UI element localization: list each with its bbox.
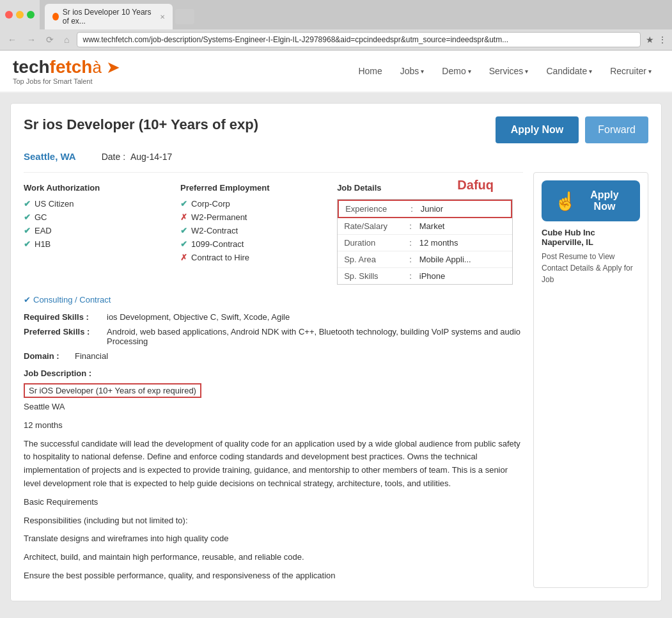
auth-us-citizen-label: US Citizen: [35, 199, 74, 209]
hand-pointer-icon: ☝: [554, 191, 577, 212]
address-bar[interactable]: www.techfetch.com/job-description/System…: [77, 32, 641, 47]
emp-contract-hire-label: Contract to Hire: [191, 253, 249, 262]
job-details-col: Dafuq Job Details Experience : Junior Ra…: [337, 183, 523, 285]
experience-value: Junior: [414, 201, 449, 217]
logo-tagline: Top Jobs for Smart Talent: [13, 77, 120, 85]
job-desc-title-box: Sr iOS Developer (10+ Years of exp requi…: [24, 383, 201, 398]
job-desc-duration: 12 months: [24, 419, 523, 432]
apply-card-city: Naperville, IL: [542, 237, 640, 247]
bookmark-icon[interactable]: ★: [646, 35, 654, 45]
apply-card-btn-label: Apply Now: [582, 189, 627, 212]
logo-tech: tech: [13, 57, 50, 77]
job-title: Sr ios Developer (10+ Years of exp): [24, 116, 258, 133]
sp-area-label: Sp. Area: [338, 251, 408, 267]
duration-row: Duration : 12 months: [338, 235, 512, 251]
active-tab[interactable]: Sr ios Developer 10 Years of ex... ✕: [45, 4, 173, 29]
job-date: Date : Aug-14-17: [102, 152, 173, 162]
refresh-button[interactable]: ⟳: [43, 33, 56, 46]
rate-label: Rate/Salary: [338, 218, 408, 234]
nav-recruiter[interactable]: Recruiter ▾: [602, 61, 659, 81]
check-no-icon: ✗: [180, 253, 187, 262]
nav-jobs[interactable]: Jobs ▾: [393, 61, 432, 81]
emp-corp-corp: ✔ Corp-Corp: [180, 199, 327, 209]
apply-card-button[interactable]: ☝ Apply Now: [542, 180, 640, 221]
nav-links: Home Jobs ▾ Demo ▾ Services ▾ Candidate …: [350, 61, 659, 81]
apply-card-company: Cube Hub Inc: [542, 228, 640, 237]
job-description-section: Job Description : Sr iOS Developer (10+ …: [24, 368, 523, 583]
job-desc-text: The successful candidate will lead the d…: [24, 438, 523, 491]
experience-row: Experience : Junior: [338, 200, 512, 218]
tab-close-icon[interactable]: ✕: [160, 13, 165, 20]
job-details-table: Experience : Junior Rate/Salary : Market…: [337, 199, 513, 285]
check-yes-icon: ✔: [180, 226, 187, 235]
nav-home[interactable]: Home: [350, 61, 389, 81]
required-skills-label: Required Skills :: [24, 312, 107, 322]
sep: :: [409, 201, 414, 217]
services-arrow-icon: ▾: [525, 68, 528, 75]
tab-favicon: [52, 13, 59, 20]
domain-label: Domain :: [24, 351, 75, 361]
preferred-skills-row: Preferred Skills : Android, web based ap…: [24, 327, 523, 346]
settings-icon[interactable]: ⋮: [658, 35, 667, 45]
preferred-employment-col: Preferred Employment ✔ Corp-Corp ✗ W2-Pe…: [180, 183, 337, 285]
auth-ead-label: EAD: [35, 226, 52, 235]
experience-label: Experience: [339, 201, 409, 217]
work-auth-heading: Work Authorization: [24, 183, 170, 193]
logo[interactable]: techfetchà ➤ Top Jobs for Smart Talent: [13, 51, 120, 91]
auth-h1b-label: H1B: [35, 239, 51, 249]
emp-corp-corp-label: Corp-Corp: [191, 199, 230, 209]
close-button[interactable]: [5, 11, 13, 19]
home-button[interactable]: ⌂: [61, 33, 72, 46]
forward-button[interactable]: →: [24, 33, 38, 46]
sep: :: [408, 235, 413, 251]
logo-fetch: fetch: [50, 57, 93, 77]
emp-w2-perm-label: W2-Permanent: [191, 212, 247, 222]
maximize-button[interactable]: [27, 11, 35, 19]
tab-title: Sr ios Developer 10 Years of ex...: [63, 8, 156, 26]
back-button[interactable]: ←: [5, 33, 19, 46]
nav-candidate[interactable]: Candidate ▾: [538, 61, 600, 81]
preferred-employment-heading: Preferred Employment: [180, 183, 327, 193]
minimize-button[interactable]: [16, 11, 24, 19]
sep: :: [408, 218, 413, 234]
consulting-tag: ✔ Consulting / Contract: [24, 295, 523, 305]
nav-services[interactable]: Services ▾: [481, 61, 536, 81]
auth-gc: ✔ GC: [24, 212, 170, 222]
auth-gc-label: GC: [35, 212, 47, 222]
domain-row: Domain : Financial: [24, 351, 523, 361]
responsibilities-label: Responsibilities (including but not limi…: [24, 514, 523, 528]
rate-value: Market: [413, 218, 451, 234]
work-auth-col: Work Authorization ✔ US Citizen ✔ GC ✔ E…: [24, 183, 180, 285]
sep: :: [408, 268, 413, 284]
main-content: Sr ios Developer (10+ Years of exp) Appl…: [10, 103, 662, 601]
check-yes-icon: ✔: [24, 212, 31, 222]
new-tab-button[interactable]: [175, 9, 194, 24]
date-value: Aug-14-17: [130, 152, 172, 162]
logo-bird-icon: à: [92, 58, 101, 77]
basic-req-label: Basic Requirements: [24, 496, 523, 509]
sp-skills-label: Sp. Skills: [338, 268, 408, 284]
auth-us-citizen: ✔ US Citizen: [24, 199, 170, 209]
forward-button-header[interactable]: Forward: [585, 116, 648, 143]
domain-value: Financial: [75, 351, 108, 361]
resp-item-2: Architect, build, and maintain high perf…: [24, 551, 523, 564]
main-left: Work Authorization ✔ US Citizen ✔ GC ✔ E…: [24, 172, 523, 588]
sp-area-value: Mobile Appli...: [413, 251, 478, 267]
nav-demo[interactable]: Demo ▾: [434, 61, 478, 81]
job-desc-title: Sr iOS Developer (10+ Years of exp requi…: [29, 386, 196, 395]
apply-card-text: Post Resume to View Contact Details & Ap…: [542, 251, 640, 285]
check-yes-icon: ✔: [24, 199, 31, 209]
auth-h1b: ✔ H1B: [24, 239, 170, 249]
job-meta: Seattle, WA Date : Aug-14-17: [24, 151, 648, 162]
browser-toolbar: ← → ⟳ ⌂ www.techfetch.com/job-descriptio…: [0, 29, 672, 50]
details-section: Work Authorization ✔ US Citizen ✔ GC ✔ E…: [24, 172, 648, 588]
rate-row: Rate/Salary : Market: [338, 218, 512, 235]
details-grid: Work Authorization ✔ US Citizen ✔ GC ✔ E…: [24, 172, 523, 285]
emp-1099: ✔ 1099-Contract: [180, 239, 327, 249]
apply-now-button[interactable]: Apply Now: [496, 116, 579, 143]
jobs-arrow-icon: ▾: [421, 68, 424, 75]
sp-area-row: Sp. Area : Mobile Appli...: [338, 251, 512, 268]
check-yes-icon: ✔: [24, 239, 31, 249]
emp-w2-contract-label: W2-Contract: [191, 226, 238, 235]
header-buttons: Apply Now Forward: [496, 116, 648, 143]
